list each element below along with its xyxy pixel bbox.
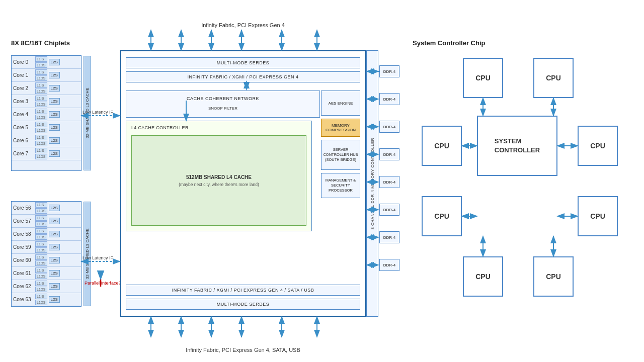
core-row: Core 4 L1IS L1DS L2S — [12, 108, 81, 121]
ddr-slot-4: DDR-4 — [379, 148, 399, 160]
l4-cache-outer: L4 CACHE CONTROLLER 512MB SHARED L4 CACH… — [126, 121, 312, 231]
core-row: Core 60 L1IS L1DS L2S — [12, 254, 81, 267]
low-latency-if-top: Low Latency IF — [83, 110, 113, 115]
ccn-block: CACHE COHERENT NETWORK SNOOP FILTER — [126, 90, 320, 118]
memory-controller-block: 8 CHANNEL DDR-4 MEMORY CONTROLLER — [366, 50, 378, 317]
ddr-slot-7: DDR-4 — [379, 231, 399, 243]
cpu-box-4: CPU — [578, 126, 618, 166]
cpu-box-2: CPU — [533, 58, 574, 98]
core-row: Core 62 L1IS L1DS L2S — [12, 280, 81, 293]
core-row: Core 59 L1IS L1DS L2S — [12, 241, 81, 254]
serdes-top: MULTI-MODE SERDES — [126, 57, 360, 68]
snoop-filter-label: SNOOP FILTER — [126, 106, 319, 111]
mgmt-sec-block: MANAGEMENT & SECURITY PROCESSOR — [321, 173, 360, 198]
ddr-slot-8: DDR-4 — [379, 259, 399, 271]
system-controller-chip-label: System Controller Chip — [413, 39, 485, 47]
chiplet-top-block: Core 0 L1IS L1DS L2S Core 1 L1IS L1DS L2… — [11, 55, 82, 171]
system-chip: MULTI-MODE SERDES INFINITY FABRIC / XGMI… — [120, 50, 366, 317]
ddr-slot-2: DDR-4 — [379, 93, 399, 105]
core-row: Core 5 L1IS L1DS L2S — [12, 121, 81, 134]
cpu-box-7: CPU — [463, 256, 503, 297]
ddr-slot-5: DDR-4 — [379, 176, 399, 188]
infinity-fabric-top: INFINITY FABRIC / XGMI / PCI EXPRESS GEN… — [126, 71, 360, 82]
mem-compression-block: MEMORY COMPRESSION — [321, 119, 360, 137]
ddr-slot-3: DDR-4 — [379, 121, 399, 133]
ddr-slot-1: DDR-4 — [379, 65, 399, 77]
bottom-fabric-label: Infinity Fabric, PCI Express Gen 4, SATA… — [120, 347, 366, 353]
top-fabric-label: Infinity Fabric, PCI Express Gen 4 — [120, 22, 366, 28]
core-row: Core 7 L1IS L1DS L2S — [12, 147, 81, 160]
chiplets-label: 8X 8C/16T Chiplets — [11, 39, 70, 47]
ccn-label: CACHE COHERENT NETWORK — [126, 96, 319, 101]
parallel-interface-label: Parallel Interface? — [85, 281, 121, 286]
cpu-box-8: CPU — [533, 256, 574, 297]
core-row: Core 1 L1IS L1DS L2S — [12, 69, 81, 82]
system-controller-box: SYSTEMCONTROLLER — [477, 116, 557, 176]
l4-controller-label: L4 CACHE CONTROLLER — [131, 125, 189, 130]
serdes-bottom: MULTI-MODE SERDES — [126, 299, 360, 310]
cpu-box-6: CPU — [578, 196, 618, 236]
memory-controller-label: 8 CHANNEL DDR-4 MEMORY CONTROLLER — [370, 138, 375, 230]
diagram-container: Infinity Fabric, PCI Express Gen 4 Infin… — [0, 0, 644, 362]
system-controller-text: SYSTEMCONTROLLER — [495, 137, 540, 155]
core-row: Core 6 L1IS L1DS L2S — [12, 134, 81, 147]
l4-cache-sub: (maybe next city, where there's more lan… — [179, 182, 259, 187]
core-row: Core 58 L1IS L1DS L2S — [12, 228, 81, 241]
core-row: Core 2 L1IS L1DS L2S — [12, 82, 81, 95]
core-row: Core 57 L1IS L1DS L2S — [12, 215, 81, 228]
l4-cache-title: 512MB SHARED L4 CACHE — [186, 174, 252, 180]
ddr-slot-6: DDR-4 — [379, 204, 399, 216]
core-row: Core 63 L1IS L1DS L2S — [12, 293, 81, 306]
cpu-box-5: CPU — [422, 196, 462, 236]
shared-l3-bottom-label: 32-MB SHARED L3 CACHE — [82, 202, 92, 306]
cpu-box-3: CPU — [422, 126, 462, 166]
core-row: Core 56 L1IS L1DS L2S — [12, 202, 81, 215]
cpu-box-1: CPU — [463, 58, 503, 98]
core-row: Core 0 L1IS L1DS L2S — [12, 56, 81, 69]
infinity-fabric-bottom: INFINITY FABRIC / XGMI / PCI EXPRESS GEN… — [126, 285, 360, 296]
core-row: Core 3 L1IS L1DS L2S — [12, 95, 81, 108]
low-latency-if-bottom: Low Latency IF — [83, 255, 113, 260]
core-row: Core 61 L1IS L1DS L2S — [12, 267, 81, 280]
l4-cache-inner: 512MB SHARED L4 CACHE (maybe next city, … — [131, 135, 306, 226]
server-ctrl-block: SERVER CONTROLLER HUB (SOUTH BRIDGE) — [321, 140, 360, 170]
chiplet-bottom-block: Core 56 L1IS L1DS L2S Core 57 L1IS L1DS … — [11, 201, 82, 307]
aes-engine-block: AES ENGINE — [321, 90, 360, 116]
